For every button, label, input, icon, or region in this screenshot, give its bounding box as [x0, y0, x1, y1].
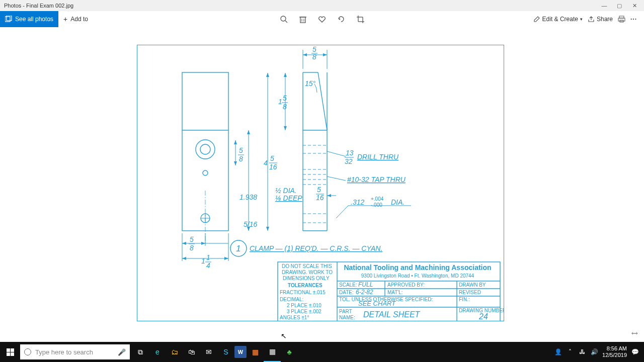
more-button[interactable]: ··· [630, 16, 637, 23]
photo-canvas[interactable]: 5 8 1.938 5 8 15° 1 5 8 4 5 16 ½ DIA. ⅛ … [0, 27, 644, 342]
favorite-icon[interactable] [318, 15, 326, 23]
svg-text:PART: PART [339, 309, 352, 314]
start-button[interactable] [0, 342, 20, 362]
svg-text:5: 5 [312, 45, 316, 53]
see-all-photos-button[interactable]: See all photos [0, 11, 58, 27]
taskbar: Type here to search 🎤 ⧉ e 🗂 🛍 ✉ S W ▦ ▦ … [0, 342, 644, 362]
app-icon-1[interactable]: ▦ [247, 342, 264, 362]
zoom-icon[interactable] [280, 15, 288, 23]
svg-marker-61 [284, 126, 287, 130]
taskbar-search[interactable]: Type here to search 🎤 [20, 344, 130, 359]
svg-line-86 [327, 176, 346, 180]
add-to-button[interactable]: + Add to [58, 15, 93, 23]
title-bar: Photos - Final Exam 002.jpg — ▢ ✕ [0, 0, 644, 11]
minimize-button[interactable]: — [597, 1, 612, 11]
svg-line-88 [336, 206, 348, 218]
close-button[interactable]: ✕ [627, 1, 642, 11]
svg-text:15°: 15° [305, 79, 316, 87]
share-button[interactable]: Share [588, 16, 613, 23]
mic-icon[interactable]: 🎤 [118, 348, 126, 356]
plus-icon: + [63, 15, 67, 23]
svg-text:5: 5 [317, 186, 321, 194]
print-button[interactable] [618, 16, 625, 23]
blueprint-drawing: 5 8 1.938 5 8 15° 1 5 8 4 5 16 ½ DIA. ⅛ … [137, 45, 504, 321]
share-icon [588, 16, 595, 23]
svg-marker-54 [323, 53, 327, 56]
network-icon[interactable]: 🖧 [578, 348, 586, 356]
svg-marker-67 [266, 73, 269, 77]
svg-text:½ DIA.: ½ DIA. [275, 187, 297, 195]
window-controls: — ▢ ✕ [597, 1, 642, 11]
svg-text:TOLERANCES: TOLERANCES [288, 283, 323, 288]
svg-text:3 PLACE ±.002: 3 PLACE ±.002 [287, 309, 321, 314]
crop-icon[interactable] [356, 15, 364, 23]
maximize-button[interactable]: ▢ [612, 1, 627, 11]
tray-chevron-icon[interactable]: ˄ [566, 348, 574, 356]
svg-marker-60 [284, 73, 287, 77]
svg-text:.312: .312 [351, 198, 364, 206]
svg-text:32: 32 [345, 157, 353, 165]
svg-text:6-2-82: 6-2-82 [356, 289, 373, 296]
svg-point-21 [203, 170, 208, 175]
svg-text:1.938: 1.938 [239, 193, 257, 201]
svg-text:4: 4 [206, 261, 210, 269]
right-tools: Edit & Create ▾ Share ··· [533, 16, 644, 23]
word-icon[interactable]: W [234, 346, 247, 358]
svg-text:16: 16 [269, 163, 277, 171]
store-icon[interactable]: 🛍 [183, 342, 200, 362]
center-tools [280, 15, 364, 23]
svg-text:DRAWING. WORK TO: DRAWING. WORK TO [282, 269, 333, 275]
svg-marker-96 [201, 242, 205, 245]
rotate-icon[interactable] [337, 15, 345, 23]
svg-text:1: 1 [278, 98, 282, 106]
svg-text:DETAIL SHEET: DETAIL SHEET [363, 310, 421, 319]
system-tray: 👤 ˄ 🖧 🔊 8:56 AM 12/5/2019 💬 [554, 342, 644, 362]
file-explorer-icon[interactable]: 🗂 [166, 342, 183, 362]
mail-icon[interactable]: ✉ [200, 342, 217, 362]
edge-icon[interactable]: e [149, 342, 166, 362]
svg-text:8: 8 [312, 53, 316, 61]
svg-marker-102 [224, 257, 228, 260]
svg-text:APPROVED BY:: APPROVED BY: [387, 282, 425, 288]
skype-icon[interactable]: S [217, 342, 234, 362]
svg-text:5: 5 [190, 235, 194, 243]
svg-marker-101 [182, 257, 186, 260]
svg-text:DATE:: DATE: [339, 290, 354, 295]
notifications-icon[interactable]: 💬 [631, 348, 639, 356]
svg-text:2 PLACE ±.010: 2 PLACE ±.010 [287, 303, 321, 308]
svg-text:1: 1 [206, 253, 210, 261]
task-icons: ⧉ e 🗂 🛍 ✉ S W ▦ ▦ ♣ [132, 342, 298, 362]
svg-text:DIA.: DIA. [391, 198, 405, 206]
svg-text:FULL: FULL [358, 281, 373, 288]
svg-text:ANGLES   ±1°: ANGLES ±1° [280, 315, 309, 320]
window-title: Photos - Final Exam 002.jpg [4, 3, 597, 9]
svg-text:5: 5 [239, 146, 243, 154]
edit-icon [533, 16, 540, 23]
svg-text:DIMENSIONS ONLY: DIMENSIONS ONLY [283, 276, 330, 281]
print-icon [618, 16, 625, 23]
search-placeholder: Type here to search [35, 348, 93, 356]
edit-label: Edit & Create [542, 16, 578, 23]
svg-rect-14 [618, 18, 625, 21]
delete-icon[interactable] [299, 15, 307, 23]
svg-text:24: 24 [478, 312, 488, 321]
svg-text:16: 16 [316, 194, 324, 202]
svg-text:DECIMAL:: DECIMAL: [280, 297, 303, 302]
chevron-down-icon: ▾ [580, 17, 583, 22]
app-icon-2[interactable]: ♣ [281, 342, 298, 362]
svg-text:NAME:: NAME: [339, 315, 355, 320]
volume-icon[interactable]: 🔊 [590, 348, 598, 356]
svg-text:DRILL THRU: DRILL THRU [357, 153, 399, 161]
svg-rect-13 [619, 16, 624, 18]
task-view-icon[interactable]: ⧉ [132, 342, 149, 362]
svg-marker-68 [266, 227, 269, 231]
title-block: DO NOT SCALE THIS DRAWING. WORK TO DIMEN… [278, 262, 504, 321]
edit-create-button[interactable]: Edit & Create ▾ [533, 16, 583, 23]
svg-marker-33 [247, 130, 250, 134]
clock[interactable]: 8:56 AM 12/5/2019 [602, 345, 627, 358]
photos-app-icon[interactable]: ▦ [264, 342, 281, 362]
people-icon[interactable]: 👤 [554, 348, 562, 356]
svg-text:FRACTIONAL ±.015: FRACTIONAL ±.015 [280, 290, 326, 295]
svg-text:National Tooling and Machining: National Tooling and Machining Associati… [344, 263, 491, 272]
add-to-label: Add to [70, 16, 88, 23]
